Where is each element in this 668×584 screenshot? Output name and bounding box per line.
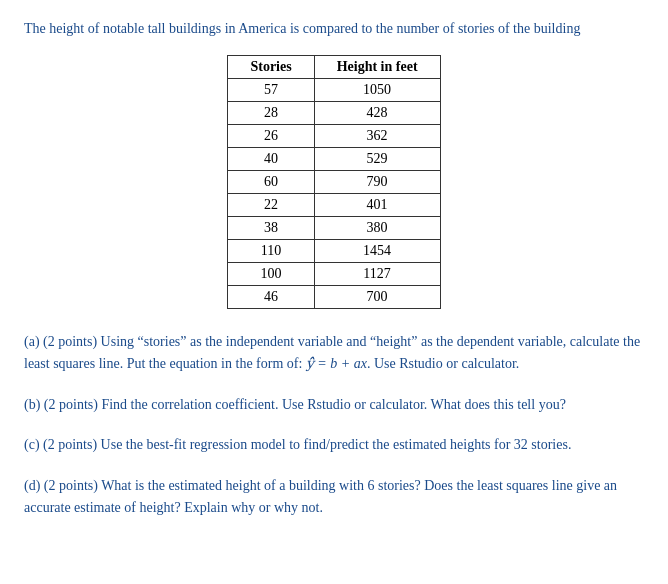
question-text-1: (b) (2 points) Find the correlation coef… [24, 394, 644, 416]
cell-height: 401 [314, 194, 440, 217]
table-row: 60790 [228, 171, 440, 194]
cell-stories: 60 [228, 171, 314, 194]
cell-stories: 46 [228, 286, 314, 309]
table-row: 38380 [228, 217, 440, 240]
col-header-height: Height in feet [314, 56, 440, 79]
cell-height: 362 [314, 125, 440, 148]
table-row: 1101454 [228, 240, 440, 263]
table-row: 571050 [228, 79, 440, 102]
question-label: (d) (2 points) [24, 478, 98, 493]
cell-stories: 40 [228, 148, 314, 171]
table-row: 40529 [228, 148, 440, 171]
math-formula: ŷ̂ = b + ax [306, 356, 367, 371]
cell-height: 1127 [314, 263, 440, 286]
cell-stories: 38 [228, 217, 314, 240]
table-row: 26362 [228, 125, 440, 148]
question-label: (c) (2 points) [24, 437, 97, 452]
questions-section: (a) (2 points) Using “stories” as the in… [24, 331, 644, 519]
cell-stories: 28 [228, 102, 314, 125]
question-d: (d) (2 points) What is the estimated hei… [24, 475, 644, 520]
cell-stories: 57 [228, 79, 314, 102]
question-b: (b) (2 points) Find the correlation coef… [24, 394, 644, 416]
table-row: 28428 [228, 102, 440, 125]
cell-height: 529 [314, 148, 440, 171]
question-text-2: (c) (2 points) Use the best-fit regressi… [24, 434, 644, 456]
cell-height: 790 [314, 171, 440, 194]
question-text-3: (d) (2 points) What is the estimated hei… [24, 475, 644, 520]
table-row: 22401 [228, 194, 440, 217]
cell-stories: 26 [228, 125, 314, 148]
question-a: (a) (2 points) Using “stories” as the in… [24, 331, 644, 376]
table-row: 46700 [228, 286, 440, 309]
cell-height: 380 [314, 217, 440, 240]
cell-height: 700 [314, 286, 440, 309]
cell-stories: 22 [228, 194, 314, 217]
table-row: 1001127 [228, 263, 440, 286]
question-text-a: (a) (2 points) Using “stories” as the in… [24, 331, 644, 376]
cell-stories: 100 [228, 263, 314, 286]
buildings-table: Stories Height in feet 57105028428263624… [227, 55, 440, 309]
cell-height: 1050 [314, 79, 440, 102]
question-label: (b) (2 points) [24, 397, 98, 412]
col-header-stories: Stories [228, 56, 314, 79]
question-c: (c) (2 points) Use the best-fit regressi… [24, 434, 644, 456]
cell-height: 428 [314, 102, 440, 125]
question-label: (a) (2 points) [24, 334, 97, 349]
intro-paragraph: The height of notable tall buildings in … [24, 18, 644, 39]
cell-height: 1454 [314, 240, 440, 263]
data-table-container: Stories Height in feet 57105028428263624… [24, 55, 644, 309]
cell-stories: 110 [228, 240, 314, 263]
